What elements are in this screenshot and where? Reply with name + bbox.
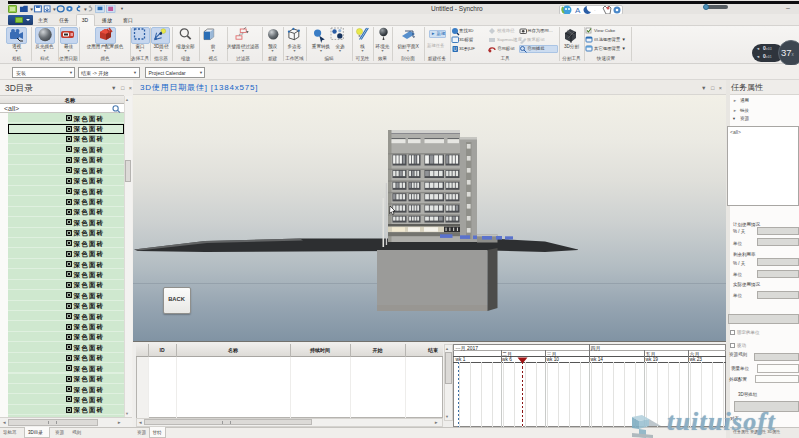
svg-text:▼: ▼ (29, 7, 34, 12)
svg-text:U: U (454, 47, 457, 52)
svg-text:▼: ▼ (83, 7, 88, 12)
svg-text:▼: ▼ (52, 7, 57, 12)
svg-text:·: · (594, 7, 596, 13)
